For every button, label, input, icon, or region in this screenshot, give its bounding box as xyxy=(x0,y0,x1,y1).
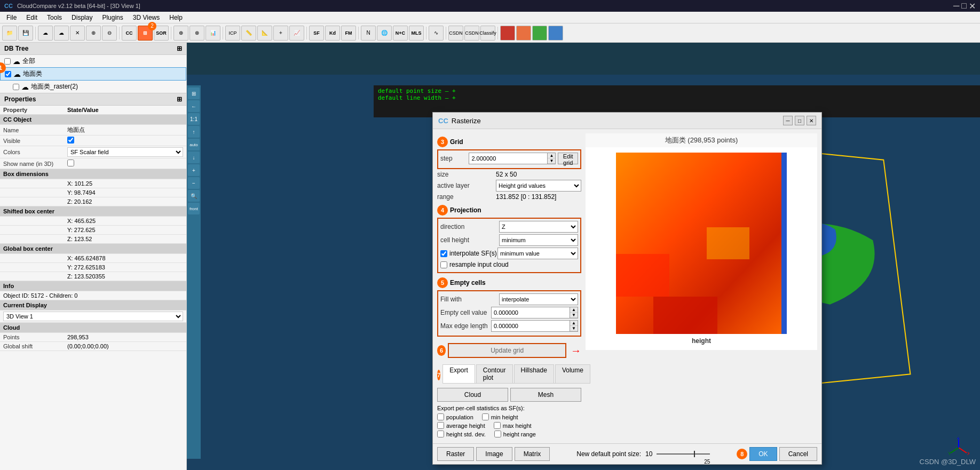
tb-nc[interactable]: N+C xyxy=(393,26,408,41)
dialog-close[interactable]: ✕ xyxy=(807,116,816,125)
ec-cellvalue-down[interactable]: ▼ xyxy=(570,313,578,318)
proj-interpolate-check[interactable] xyxy=(440,250,447,257)
grid-step-up[interactable]: ▲ xyxy=(548,153,555,158)
tb-fm[interactable]: FM xyxy=(341,26,356,41)
prop-value-gz: Z: 123.520355 xyxy=(64,272,186,281)
grid-activelayer-select[interactable]: Height grid values xyxy=(496,180,581,192)
raster-btn[interactable]: Raster xyxy=(437,447,474,461)
matrix-btn[interactable]: Matrix xyxy=(515,447,550,461)
tree-check-class[interactable] xyxy=(5,71,11,77)
tb-dist[interactable]: 📏 xyxy=(241,26,256,41)
proj-cellheight-select[interactable]: minimum xyxy=(499,234,578,246)
tb-mls[interactable]: MLS xyxy=(409,26,424,41)
tb-filter[interactable]: ⊗ xyxy=(189,26,204,41)
check-population[interactable] xyxy=(437,413,444,420)
tab-hillshade[interactable]: Hillshade xyxy=(514,364,554,383)
tb-dist2[interactable]: 📐 xyxy=(257,26,272,41)
tree-check-root[interactable] xyxy=(4,58,11,65)
tb-wave[interactable]: ∿ xyxy=(429,26,444,41)
tb-plus[interactable]: + xyxy=(273,26,288,41)
update-grid-btn[interactable]: Update grid xyxy=(448,343,566,358)
ec-maxedge-up[interactable]: ▲ xyxy=(570,321,578,326)
tab-contour[interactable]: Contour plot xyxy=(476,364,513,383)
tb-merge[interactable]: ⊕ xyxy=(86,26,101,41)
tb-norm[interactable]: N xyxy=(361,26,376,41)
tb-color1[interactable] xyxy=(500,26,515,41)
check-minheight[interactable] xyxy=(482,413,489,420)
edit-grid-btn[interactable]: Edit grid xyxy=(558,153,578,164)
tab-volume[interactable]: Volume xyxy=(555,364,590,383)
tb-globe[interactable]: 🌐 xyxy=(377,26,392,41)
grid-step-down[interactable]: ▼ xyxy=(548,158,555,164)
grid-step-spin: ▲ ▼ xyxy=(469,153,556,164)
check-avgheight[interactable] xyxy=(437,422,444,429)
prop-label-sz xyxy=(0,235,64,244)
prop-label-gy xyxy=(0,263,64,272)
prop-check-showname[interactable] xyxy=(67,160,74,166)
ec-maxedge-input[interactable] xyxy=(491,320,570,332)
menu-3dviews[interactable]: 3D Views xyxy=(129,13,164,22)
ok-btn[interactable]: OK xyxy=(749,447,777,461)
close-btn[interactable]: ✕ xyxy=(969,1,976,11)
export-cloud-btn[interactable]: Cloud xyxy=(437,388,508,402)
props-expand[interactable]: ⊞ xyxy=(177,95,182,103)
menu-display[interactable]: Display xyxy=(67,13,97,22)
tb-color3[interactable] xyxy=(532,26,547,41)
tree-item-class[interactable]: 1 ☁ 地面类 xyxy=(0,67,186,81)
tab-export[interactable]: Export xyxy=(442,364,475,383)
ec-cellvalue-up[interactable]: ▲ xyxy=(570,307,578,313)
cancel-btn[interactable]: Cancel xyxy=(779,447,817,461)
proj-direction-select[interactable]: Z xyxy=(499,221,578,233)
grid-size-label: size xyxy=(437,171,496,178)
dialog-minimize[interactable]: ─ xyxy=(783,116,793,125)
export-mesh-btn[interactable]: Mesh xyxy=(510,388,581,402)
tb-icp[interactable]: ICP xyxy=(225,26,240,41)
ec-maxedge-down[interactable]: ▼ xyxy=(570,326,578,331)
tb-open[interactable]: 📁 xyxy=(2,26,17,41)
check-heightstd[interactable] xyxy=(437,431,444,437)
tree-item-root[interactable]: ☁ 全部 xyxy=(0,55,186,67)
maximize-btn[interactable]: □ xyxy=(961,1,967,11)
check-maxheight[interactable] xyxy=(494,422,501,429)
db-tree-expand[interactable]: ⊞ xyxy=(177,45,182,52)
tb-color2[interactable] xyxy=(516,26,531,41)
tb-csdn1[interactable]: CSDN xyxy=(448,26,463,41)
ec-fillwith-select[interactable]: interpolate xyxy=(499,293,578,305)
minimize-btn[interactable]: ─ xyxy=(953,1,959,11)
proj-interpolate-select[interactable]: minimum value xyxy=(497,248,578,259)
tb-save[interactable]: 💾 xyxy=(18,26,33,41)
tb-kd[interactable]: Kd xyxy=(325,26,340,41)
menu-file[interactable]: File xyxy=(2,13,21,22)
menu-help[interactable]: Help xyxy=(165,13,187,22)
tb-subtract[interactable]: ⊖ xyxy=(102,26,117,41)
tb-target[interactable]: ⊕ xyxy=(173,26,188,41)
prop-row-sz: Z: 123.52 xyxy=(0,235,186,244)
ec-cellvalue-input[interactable] xyxy=(491,307,570,318)
tb-rasterize[interactable]: ⊞ 2 xyxy=(138,26,153,41)
dialog-maximize[interactable]: □ xyxy=(795,116,804,125)
tb-color4[interactable] xyxy=(548,26,563,41)
tree-item-raster[interactable]: ☁ 地面类_raster(2) xyxy=(0,81,186,93)
menu-edit[interactable]: Edit xyxy=(22,13,42,22)
point-size-slider-area: 25 xyxy=(657,451,710,457)
proj-resample-check[interactable] xyxy=(440,261,447,268)
menu-tools[interactable]: Tools xyxy=(43,13,66,22)
tb-stat[interactable]: 📈 xyxy=(289,26,304,41)
tb-delete[interactable]: ✕ xyxy=(70,26,85,41)
prop-row-globalshift: Global shift (0.00;0.00;0.00) xyxy=(0,342,186,351)
prop-check-visible[interactable] xyxy=(67,137,74,144)
tree-check-raster[interactable] xyxy=(13,84,19,90)
tb-sf[interactable]: SF xyxy=(309,26,324,41)
tb-cc1[interactable]: CC xyxy=(122,26,137,41)
tb-cloud1[interactable]: ☁ xyxy=(38,26,53,41)
tb-csdn2[interactable]: CSDN xyxy=(464,26,479,41)
prop-select-display[interactable]: 3D View 1 xyxy=(3,312,183,321)
tb-chart[interactable]: 📊 xyxy=(206,26,220,41)
image-btn[interactable]: Image xyxy=(476,447,512,461)
menu-plugins[interactable]: Plugins xyxy=(98,13,127,22)
tb-classify[interactable]: Classify xyxy=(480,26,495,41)
prop-select-colors[interactable]: SF Scalar field xyxy=(67,147,183,157)
check-heightrange[interactable] xyxy=(494,431,501,437)
grid-step-input[interactable] xyxy=(469,153,547,164)
tb-cloud2[interactable]: ☁ xyxy=(54,26,69,41)
